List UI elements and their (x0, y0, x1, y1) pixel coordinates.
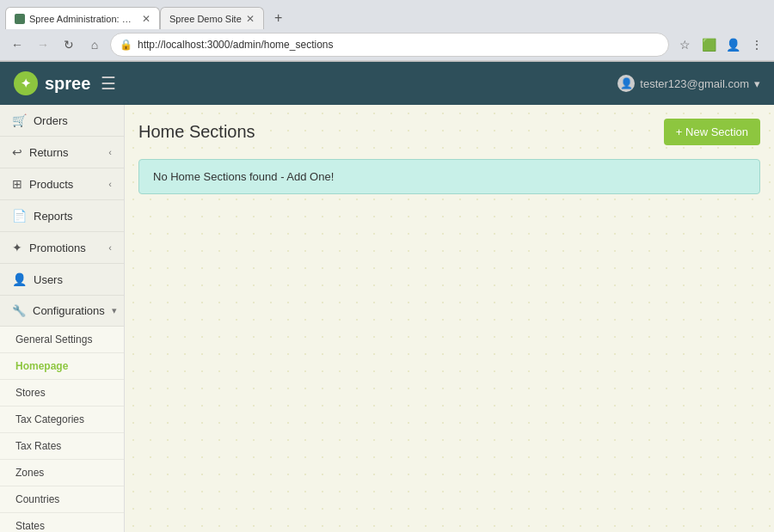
sidebar-item-returns[interactable]: ↩ Returns ‹ (0, 137, 124, 168)
users-icon: 👤 (12, 272, 27, 286)
reload-button[interactable]: ↻ (58, 34, 79, 55)
empty-state-alert: No Home Sections found - Add One! (138, 159, 760, 194)
browser-tab-active[interactable]: Spree Administration: Hom... ✕ (5, 7, 160, 29)
sidebar-sub-countries[interactable]: Countries (0, 486, 124, 513)
brand-logo: ✦ spree (14, 71, 90, 95)
new-tab-button[interactable]: + (267, 7, 290, 29)
page-title: Home Sections (138, 122, 255, 142)
toolbar-icons: ☆ 🟩 👤 ⋮ (674, 34, 767, 55)
sidebar-label-configurations: Configurations (33, 304, 105, 317)
tab-title-active: Spree Administration: Hom... (29, 14, 138, 24)
profile-icon[interactable]: 👤 (722, 34, 743, 55)
promotions-chevron-icon: ‹ (108, 242, 112, 253)
home-button[interactable]: ⌂ (84, 34, 105, 55)
sidebar-item-reports[interactable]: 📄 Reports (0, 200, 124, 232)
hamburger-button[interactable]: ☰ (101, 73, 116, 94)
sidebar-item-users[interactable]: 👤 Users (0, 264, 124, 296)
user-avatar-icon: 👤 (617, 75, 635, 92)
empty-message: No Home Sections found - Add One! (153, 170, 334, 183)
forward-button[interactable]: → (33, 34, 53, 55)
sidebar-item-orders[interactable]: 🛒 Orders (0, 105, 124, 137)
browser-toolbar: ← → ↻ ⌂ 🔒 ☆ 🟩 👤 ⋮ (0, 29, 774, 61)
sidebar-label-returns: Returns (29, 146, 69, 159)
top-navbar: ✦ spree ☰ 👤 tester123@gmail.com ▾ (0, 62, 774, 105)
sidebar-item-configurations[interactable]: 🔧 Configurations ▾ (0, 296, 124, 327)
sidebar-label-reports: Reports (34, 210, 73, 223)
url-input[interactable] (138, 39, 660, 51)
content-area: 🛒 Orders ↩ Returns ‹ ⊞ Products ‹ 📄 Repo… (0, 105, 774, 532)
configurations-submenu: General Settings Homepage Stores Tax Cat… (0, 327, 124, 532)
sidebar-sub-stores[interactable]: Stores (0, 380, 124, 407)
main-content: Home Sections + New Section No Home Sect… (125, 105, 774, 532)
lock-icon: 🔒 (120, 39, 132, 51)
user-menu[interactable]: 👤 tester123@gmail.com ▾ (617, 75, 760, 92)
returns-chevron-icon: ‹ (108, 147, 112, 157)
sidebar-label-users: Users (34, 273, 63, 286)
bookmark-icon[interactable]: ☆ (674, 34, 695, 55)
brand-text: spree (45, 74, 90, 94)
page-header: Home Sections + New Section (138, 119, 760, 145)
products-icon: ⊞ (12, 177, 22, 191)
sidebar-sub-general-settings[interactable]: General Settings (0, 327, 124, 353)
tab-close-icon[interactable]: ✕ (142, 13, 150, 25)
browser-tabs: Spree Administration: Hom... ✕ Spree Dem… (0, 0, 774, 29)
sidebar-label-products: Products (29, 178, 73, 191)
tab-close-2-icon[interactable]: ✕ (246, 13, 255, 25)
sidebar-sub-homepage[interactable]: Homepage (0, 353, 124, 380)
sidebar-sub-states[interactable]: States (0, 513, 124, 532)
address-bar[interactable]: 🔒 (110, 33, 669, 57)
back-button[interactable]: ← (7, 34, 28, 55)
new-section-button[interactable]: + New Section (664, 119, 760, 145)
tab-favicon-icon (15, 14, 25, 24)
user-chevron-icon: ▾ (754, 77, 760, 90)
browser-chrome: Spree Administration: Hom... ✕ Spree Dem… (0, 0, 774, 62)
products-chevron-icon: ‹ (108, 179, 112, 189)
sidebar-item-products[interactable]: ⊞ Products ‹ (0, 168, 124, 200)
sidebar-label-orders: Orders (34, 114, 68, 127)
orders-icon: 🛒 (12, 113, 27, 127)
promotions-icon: ✦ (12, 241, 22, 254)
menu-icon[interactable]: ⋮ (746, 34, 767, 55)
sidebar: 🛒 Orders ↩ Returns ‹ ⊞ Products ‹ 📄 Repo… (0, 105, 125, 532)
browser-tab-2[interactable]: Spree Demo Site ✕ (160, 7, 264, 29)
sidebar-sub-zones[interactable]: Zones (0, 460, 124, 486)
sidebar-item-promotions[interactable]: ✦ Promotions ‹ (0, 232, 124, 264)
sidebar-sub-tax-categories[interactable]: Tax Categories (0, 407, 124, 433)
returns-icon: ↩ (12, 145, 22, 159)
spree-logo-icon: ✦ (14, 71, 38, 95)
user-email: tester123@gmail.com (640, 77, 749, 90)
sidebar-sub-tax-rates[interactable]: Tax Rates (0, 433, 124, 460)
sidebar-label-promotions: Promotions (29, 242, 86, 254)
extension-icon[interactable]: 🟩 (698, 34, 719, 55)
reports-icon: 📄 (12, 209, 27, 223)
configurations-icon: 🔧 (12, 304, 26, 317)
app-wrapper: ✦ spree ☰ 👤 tester123@gmail.com ▾ 🛒 Orde… (0, 62, 774, 532)
configurations-chevron-icon: ▾ (112, 305, 117, 316)
tab-title-2: Spree Demo Site (169, 14, 242, 24)
